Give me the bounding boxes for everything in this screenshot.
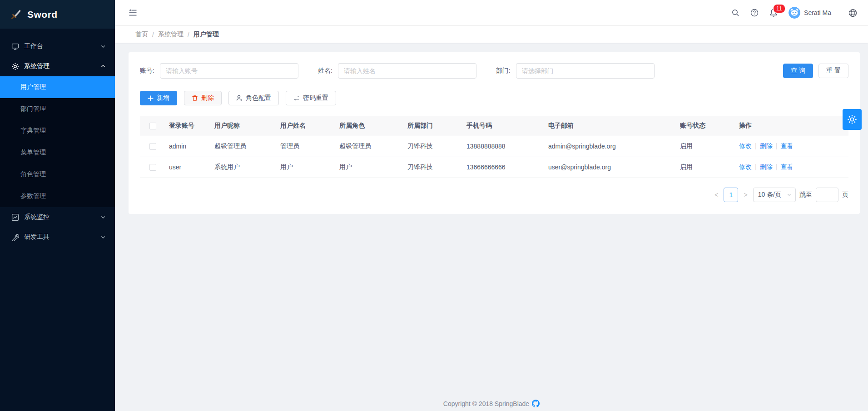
name-input[interactable]	[338, 63, 476, 79]
breadcrumb-system-management[interactable]: 系统管理	[158, 30, 184, 39]
avatar	[789, 7, 800, 19]
sword-logo-icon	[10, 9, 22, 20]
jump-page-input[interactable]	[816, 188, 838, 202]
cell-status: 启用	[676, 157, 735, 178]
table-row: user 系统用户 用户 用户 刀锋科技 13666666666 user@sp…	[140, 157, 848, 178]
page-number-button[interactable]: 1	[724, 188, 738, 202]
table-toolbar: 新增 删除 角色配置	[140, 91, 848, 105]
breadcrumb-separator: /	[188, 31, 189, 38]
col-account: 登录账号	[165, 116, 211, 136]
chevron-down-icon	[100, 44, 106, 49]
sidebar-collapse-icon[interactable]	[129, 9, 137, 17]
sidebar-item-param-management[interactable]: 参数管理	[0, 185, 115, 207]
table-header-row: 登录账号 用户昵称 用户姓名 所属角色 所属部门 手机号码 电子邮箱 账号状态 …	[140, 116, 848, 136]
language-globe-icon[interactable]	[848, 9, 857, 17]
edit-link[interactable]: 修改	[739, 142, 752, 149]
cell-dept: 刀锋科技	[404, 157, 463, 178]
row-checkbox[interactable]	[149, 164, 156, 171]
edit-link[interactable]: 修改	[739, 163, 752, 170]
app-logo[interactable]: Sword	[0, 0, 115, 29]
cell-account: user	[165, 157, 211, 178]
cell-email: admin@springblade.org	[545, 136, 676, 157]
swap-arrows-icon	[293, 95, 300, 101]
prev-page-button[interactable]: <	[713, 191, 720, 198]
sidebar-item-system-management[interactable]: 系统管理	[0, 56, 115, 76]
sidebar-item-dept-management[interactable]: 部门管理	[0, 98, 115, 120]
notifications-bell-icon[interactable]: 11	[769, 9, 778, 17]
user-menu[interactable]: Serati Ma	[789, 7, 831, 19]
reset-button[interactable]: 重 置	[818, 64, 848, 78]
account-label: 账号:	[140, 67, 154, 75]
cell-role: 用户	[336, 157, 404, 178]
add-button[interactable]: 新增	[140, 91, 177, 105]
col-phone: 手机号码	[463, 116, 545, 136]
sidebar-item-menu-management[interactable]: 菜单管理	[0, 142, 115, 163]
next-page-button[interactable]: >	[742, 191, 749, 198]
dept-select-input[interactable]	[516, 63, 655, 79]
github-icon[interactable]	[532, 400, 540, 407]
cell-email: user@springblade.org	[545, 157, 676, 178]
gear-icon	[847, 114, 857, 124]
password-reset-button[interactable]: 密码重置	[286, 91, 336, 105]
role-config-button[interactable]: 角色配置	[228, 91, 279, 105]
delete-link[interactable]: 删除	[760, 142, 773, 149]
sidebar-item-system-monitor[interactable]: 系统监控	[0, 207, 115, 227]
notification-badge: 11	[773, 4, 785, 13]
submenu-label: 参数管理	[20, 192, 46, 200]
page-unit-label: 页	[842, 191, 848, 199]
app-title: Sword	[27, 9, 58, 20]
col-email: 电子邮箱	[545, 116, 676, 136]
sidebar: Sword 工作台	[0, 0, 115, 411]
col-dept: 所属部门	[404, 116, 463, 136]
col-role: 所属角色	[336, 116, 404, 136]
gear-icon	[11, 63, 19, 70]
cell-actions: 修改|删除|查看	[735, 136, 848, 157]
submenu-label: 用户管理	[20, 83, 46, 91]
sidebar-item-user-management[interactable]: 用户管理	[0, 76, 115, 98]
sidebar-item-label: 研发工具	[24, 233, 50, 241]
cell-role: 超级管理员	[336, 136, 404, 157]
search-icon[interactable]	[731, 9, 739, 17]
pagination: < 1 > 10 条/页 跳至 页	[140, 188, 848, 202]
sidebar-item-dict-management[interactable]: 字典管理	[0, 120, 115, 142]
col-status: 账号状态	[676, 116, 735, 136]
sidebar-item-role-management[interactable]: 角色管理	[0, 163, 115, 185]
view-link[interactable]: 查看	[780, 142, 793, 149]
dept-label: 部门:	[496, 67, 511, 75]
theme-settings-button[interactable]	[843, 109, 862, 130]
view-link[interactable]: 查看	[780, 163, 793, 170]
filter-form: 账号: 姓名: 部门: 查 询 重 置	[140, 63, 848, 79]
cell-status: 启用	[676, 136, 735, 157]
sidebar-item-label: 工作台	[24, 42, 43, 50]
sidebar-item-dev-tools[interactable]: 研发工具	[0, 227, 115, 247]
delete-link[interactable]: 删除	[760, 163, 773, 170]
sidebar-item-label: 系统管理	[24, 62, 50, 70]
chevron-down-icon	[787, 192, 792, 197]
page-footer: Copyright © 2018 SpringBlade	[115, 400, 868, 407]
select-all-checkbox[interactable]	[149, 123, 156, 129]
page-size-select[interactable]: 10 条/页	[753, 188, 796, 202]
cell-nickname: 系统用户	[211, 157, 277, 178]
action-separator: |	[755, 142, 757, 149]
submenu-label: 菜单管理	[20, 149, 46, 157]
cell-nickname: 超级管理员	[211, 136, 277, 157]
table-row: admin 超级管理员 管理员 超级管理员 刀锋科技 13888888888 a…	[140, 136, 848, 157]
row-checkbox[interactable]	[149, 143, 156, 150]
account-input[interactable]	[160, 63, 298, 79]
password-reset-button-label: 密码重置	[303, 94, 328, 102]
sidebar-nav: 工作台 系统管理	[0, 29, 115, 247]
breadcrumb: 首页 / 系统管理 / 用户管理	[115, 26, 868, 43]
breadcrumb-home[interactable]: 首页	[135, 30, 148, 39]
delete-button[interactable]: 删除	[184, 91, 222, 105]
monitor-icon	[11, 43, 19, 50]
user-name: Serati Ma	[804, 9, 831, 16]
cell-dept: 刀锋科技	[404, 136, 463, 157]
chart-icon	[11, 213, 19, 221]
help-icon[interactable]	[750, 9, 759, 17]
col-name: 用户姓名	[277, 116, 336, 136]
add-button-label: 新增	[157, 94, 169, 102]
breadcrumb-current: 用户管理	[193, 30, 219, 39]
cell-phone: 13666666666	[463, 157, 545, 178]
sidebar-item-workbench[interactable]: 工作台	[0, 36, 115, 56]
search-button[interactable]: 查 询	[783, 64, 813, 78]
